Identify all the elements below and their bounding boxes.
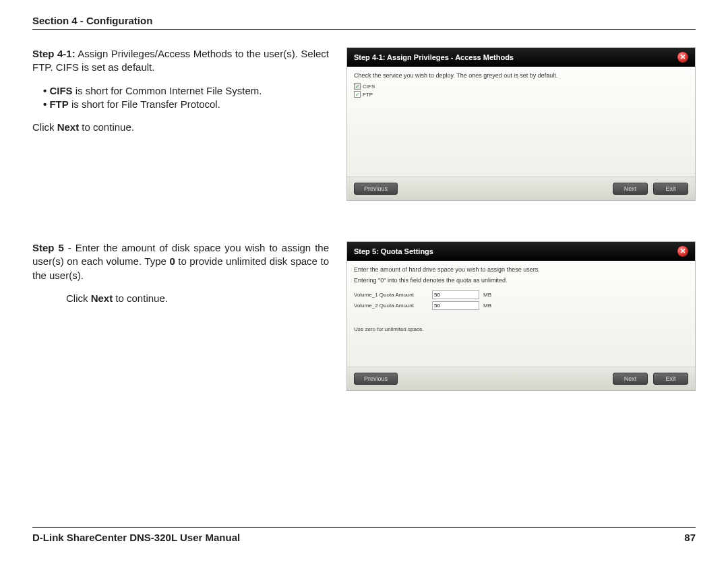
bullet-ftp: FTP is short for File Transfer Protocol. — [43, 98, 329, 111]
step41-click-next: Click Next to continue. — [32, 121, 329, 134]
step5-zero: 0 — [169, 255, 175, 267]
bullet-cifs-bold: CIFS — [49, 85, 72, 96]
bullet-cifs-rest: is short for Common Internet File System… — [73, 85, 262, 96]
section-header: Section 4 - Configuration — [32, 15, 696, 30]
step5-lead-bold: Step 5 — [32, 242, 64, 253]
exit-button[interactable]: Exit — [653, 183, 688, 195]
footer-left: D-Link ShareCenter DNS-320L User Manual — [32, 532, 240, 543]
bullet-cifs: CIFS is short for Common Internet File S… — [43, 84, 329, 98]
click-bold-5: Next — [91, 292, 113, 304]
dialog2-header: Step 5: Quota Settings ✕ — [347, 242, 695, 261]
dialog1-header: Step 4-1: Assign Privileges - Access Met… — [347, 48, 695, 67]
bullet-ftp-bold: FTP — [49, 98, 68, 110]
click-pre: Click — [32, 121, 57, 133]
vol1-label: Volume_1 Quota Amount — [354, 292, 428, 298]
step41-bullets: CIFS is short for Common Internet File S… — [32, 84, 329, 112]
exit-button[interactable]: Exit — [653, 373, 688, 385]
close-icon[interactable]: ✕ — [677, 52, 688, 63]
previous-button[interactable]: Previous — [354, 373, 398, 385]
bullet-ftp-rest: is short for File Transfer Protocol. — [69, 98, 220, 110]
step5-click-next: Click Next to continue. — [32, 292, 329, 305]
dialog2-footnote: Use zero for unlimited space. — [354, 326, 688, 332]
close-icon[interactable]: ✕ — [677, 246, 688, 257]
next-button[interactable]: Next — [613, 183, 648, 195]
dialog1-title: Step 4-1: Assign Privileges - Access Met… — [354, 53, 514, 61]
click-pre-5: Click — [66, 292, 91, 304]
checkbox-ftp-label: FTP — [363, 92, 373, 98]
vol1-unit: MB — [483, 292, 491, 298]
dialog2-body: Enter the amount of hard drive space you… — [347, 261, 695, 367]
checkbox-cifs: ✓ — [354, 83, 361, 90]
click-post-5: to continue. — [113, 292, 168, 304]
step41-lead-bold: Step 4-1: — [32, 48, 75, 59]
dialog1-hint: Check the service you wish to deploy. Th… — [354, 72, 688, 79]
dialog-quota-settings: Step 5: Quota Settings ✕ Enter the amoun… — [346, 241, 696, 391]
previous-button[interactable]: Previous — [354, 183, 398, 195]
vol2-unit: MB — [483, 303, 491, 309]
text-step-4-1: Step 4-1: Assign Privileges/Access Metho… — [32, 47, 329, 144]
vol1-quota-input[interactable] — [432, 290, 479, 299]
dialog2-hint1: Enter the amount of hard drive space you… — [354, 266, 688, 273]
checkbox-cifs-label: CIFS — [363, 84, 375, 90]
checkbox-row-cifs: ✓ CIFS — [354, 83, 688, 90]
dialog2-hint2: Entering "0" into this field denotes the… — [354, 277, 688, 284]
checkbox-ftp[interactable]: ✓ — [354, 91, 361, 98]
dialog2-footer: Previous Next Exit — [347, 367, 695, 390]
step41-lead: Step 4-1: Assign Privileges/Access Metho… — [32, 47, 329, 75]
page-footer: D-Link ShareCenter DNS-320L User Manual … — [32, 527, 696, 543]
dialog-assign-privileges: Step 4-1: Assign Privileges - Access Met… — [346, 47, 696, 201]
row-step-5: Step 5 - Enter the amount of disk space … — [32, 241, 696, 391]
checkbox-row-ftp: ✓ FTP — [354, 91, 688, 98]
quota-row-vol2: Volume_2 Quota Amount MB — [354, 301, 688, 310]
quota-row-vol1: Volume_1 Quota Amount MB — [354, 290, 688, 299]
row-step-4-1: Step 4-1: Assign Privileges/Access Metho… — [32, 47, 696, 201]
step5-lead: Step 5 - Enter the amount of disk space … — [32, 241, 329, 282]
click-post: to continue. — [79, 121, 134, 133]
dialog1-footer: Previous Next Exit — [347, 177, 695, 200]
step41-lead-rest: Assign Privileges/Access Methods to the … — [32, 48, 329, 73]
text-step-5: Step 5 - Enter the amount of disk space … — [32, 241, 329, 315]
vol2-quota-input[interactable] — [432, 301, 479, 310]
dialog2-title: Step 5: Quota Settings — [354, 247, 433, 255]
next-button[interactable]: Next — [613, 373, 648, 385]
vol2-label: Volume_2 Quota Amount — [354, 303, 428, 309]
click-bold: Next — [57, 121, 80, 133]
dialog1-body: Check the service you wish to deploy. Th… — [347, 67, 695, 177]
page-number: 87 — [684, 532, 696, 543]
